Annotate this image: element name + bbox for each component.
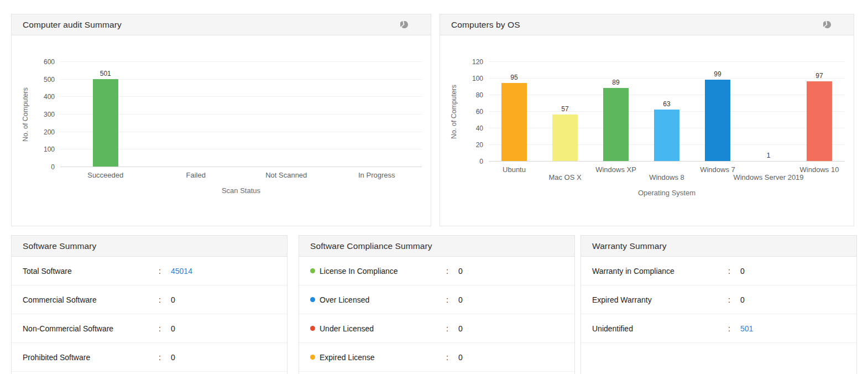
row-value-link[interactable]: 501 [734, 324, 851, 333]
bar-slot: 97 [794, 62, 845, 162]
panel-title: Software Compliance Summary [310, 241, 432, 251]
row-value: 0 [452, 324, 569, 333]
y-tick-label: 400 [44, 93, 55, 101]
x-tick-label: In Progress [358, 171, 395, 179]
row-label-text: Total Software [23, 267, 72, 276]
row-value: 0 [452, 353, 569, 362]
row-label-text: Expired Warranty [592, 295, 652, 304]
bar-windows-8[interactable] [654, 110, 679, 162]
panel-title: Computers by OS [451, 20, 520, 30]
y-tick-label: 80 [476, 91, 483, 99]
row-label: Expired Warranty [592, 295, 725, 304]
panel-header: Software Compliance Summary [299, 236, 574, 257]
row-label-text: Non-Commercial Software [23, 324, 113, 333]
bar-mac-os-x[interactable] [552, 115, 578, 162]
row-label: Over Licensed [310, 295, 443, 304]
status-dot-icon [310, 297, 315, 302]
summary-row: License In Compliance:0 [299, 257, 574, 285]
bar-slot [241, 62, 332, 167]
bar-value-label: 89 [612, 79, 619, 86]
row-value: 0 [164, 295, 281, 304]
row-separator: : [155, 324, 164, 333]
bar-slot [151, 62, 242, 167]
chart-body: 020406080100120 9557896399197 UbuntuMac … [460, 62, 845, 197]
y-tick-label: 40 [476, 124, 483, 132]
y-axis-title-text: No. of Computers [450, 85, 458, 139]
panel-header: Software Summary [12, 236, 287, 257]
y-tick-label: 120 [472, 58, 483, 66]
row-label: Expired License [310, 353, 443, 362]
plot-area: 9557896399197 [489, 62, 845, 162]
y-tick-label: 600 [44, 58, 55, 66]
x-tick-label: Windows XP [595, 165, 636, 174]
row-label-text: Commercial Software [23, 295, 97, 304]
row-label: Total Software [23, 267, 155, 276]
summary-table: License In Compliance:0Over Licensed:0Un… [299, 257, 574, 372]
pie-chart-icon[interactable] [823, 20, 832, 29]
y-tick-label: 500 [44, 76, 55, 84]
y-axis-title-text: No. of Computers [22, 87, 29, 142]
bar-chart-computers-by-os: No. of Computers 020406080100120 9557896… [440, 35, 854, 197]
row-value: 0 [452, 267, 569, 276]
y-tick-label: 300 [44, 111, 55, 118]
row-value-link[interactable]: 45014 [164, 267, 281, 276]
summary-row: Total Software:45014 [12, 257, 287, 285]
x-tick-label: Ubuntu [503, 165, 526, 174]
row-value: 0 [734, 267, 851, 276]
summary-row: Over Licensed:0 [299, 285, 574, 314]
x-tick-label: Mac OS X [548, 173, 581, 181]
row-label-text: Warranty in Compliance [592, 267, 674, 276]
row-label-text: Over Licensed [320, 295, 369, 304]
bar-value-label: 99 [714, 70, 721, 78]
row-separator: : [443, 324, 452, 333]
bar-ubuntu[interactable] [501, 83, 527, 162]
summary-row: Prohibited Software:0 [12, 343, 287, 372]
row-label: Warranty in Compliance [592, 267, 725, 276]
summary-row: Under Licensed:0 [299, 314, 574, 343]
x-axis-title: Operating System [489, 184, 845, 197]
row-separator: : [443, 353, 452, 362]
bar-slot: 63 [641, 62, 692, 162]
bar-slot: 95 [489, 62, 540, 162]
bar-slot: 1 [743, 62, 794, 162]
y-axis-ticks: 020406080100120 [460, 62, 489, 162]
bar-windows-7[interactable] [705, 80, 730, 162]
y-tick-label: 0 [51, 163, 55, 171]
row-label-text: Under Licensed [320, 324, 374, 333]
x-axis-title: Scan Status [60, 181, 422, 195]
status-dot-icon [310, 355, 315, 360]
x-axis-labels: UbuntuMac OS XWindows XPWindows 8Windows… [489, 162, 845, 184]
x-axis-baseline [60, 167, 422, 167]
panel-software-summary: Software Summary Total Software:45014Com… [11, 235, 287, 374]
bar-value-label: 63 [663, 100, 670, 108]
bar-windows-xp[interactable] [603, 88, 629, 162]
bar-slot [332, 62, 422, 167]
panel-warranty-summary: Warranty Summary Warranty in Compliance:… [581, 235, 857, 374]
y-tick-label: 100 [472, 75, 483, 82]
row-label: Non-Commercial Software [23, 324, 155, 333]
row-separator: : [155, 267, 164, 276]
row-separator: : [725, 295, 734, 304]
summary-table: Warranty in Compliance:0Expired Warranty… [581, 257, 856, 343]
summary-row: Commercial Software:0 [12, 285, 287, 314]
panel-header: Warranty Summary [581, 236, 856, 257]
row-value: 0 [452, 295, 569, 304]
summary-table: Total Software:45014Commercial Software:… [12, 257, 287, 372]
row-label: Under Licensed [310, 324, 443, 333]
row-label-text: Expired License [320, 353, 375, 362]
row-separator: : [155, 353, 164, 362]
panel-computers-by-os: Computers by OS No. of Computers 0204060… [440, 14, 854, 226]
bar-windows-10[interactable] [807, 81, 832, 162]
row-label: License In Compliance [310, 267, 443, 276]
pie-chart-icon[interactable] [400, 20, 409, 29]
bar-succeeded[interactable] [93, 79, 118, 167]
row-label-text: Unidentified [592, 324, 633, 333]
y-axis-title: No. of Computers [19, 62, 32, 167]
y-tick-label: 60 [476, 108, 483, 116]
y-tick-label: 0 [479, 158, 483, 165]
bar-value-label: 97 [815, 72, 823, 80]
summary-row: Non-Commercial Software:0 [12, 314, 287, 343]
row-value: 0 [734, 295, 851, 304]
x-tick-label: Windows 8 [649, 173, 684, 181]
row-label: Prohibited Software [23, 353, 155, 362]
